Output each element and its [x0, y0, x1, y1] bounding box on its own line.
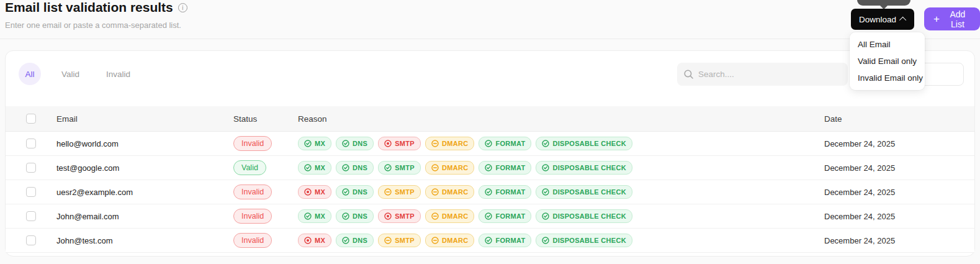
reason-badge-dns: DNS [336, 137, 374, 150]
tab-valid[interactable]: Valid [55, 63, 86, 85]
check-circle-icon [542, 188, 549, 196]
reason-badge-label: SMTP [395, 237, 415, 244]
results-card: AllValidInvalid Email Status Reason Date… [5, 50, 975, 257]
reason-badge-label: FORMAT [495, 165, 525, 171]
row-checkbox[interactable] [26, 139, 36, 148]
status-badge: Valid [233, 160, 266, 175]
info-icon[interactable]: i [178, 3, 187, 12]
reason-badge-format: FORMAT [479, 185, 531, 199]
minus-circle-icon [384, 237, 392, 244]
check-circle-icon [342, 212, 349, 220]
table-row: hello@world.com Invalid MXDNSSMTPDMARCFO… [6, 132, 974, 156]
reason-badge-format: FORMAT [479, 209, 531, 223]
check-circle-icon [485, 212, 492, 220]
reason-badge-mx: MX [298, 137, 331, 150]
check-circle-icon [542, 212, 549, 220]
reason-badge-label: DNS [353, 189, 367, 196]
row-checkbox-cell [6, 235, 56, 245]
status-badge: Invalid [233, 136, 272, 151]
table-row: John@email.com Invalid MXDNSSMTPDMARCFOR… [6, 204, 974, 229]
reason-badge-dns: DNS [336, 234, 374, 247]
page-subtitle: Enter one email or paste a comma-separat… [5, 20, 181, 30]
reason-badge-mx: MX [298, 209, 331, 223]
minus-circle-icon [431, 212, 439, 220]
tab-all[interactable]: All [19, 63, 41, 85]
reason-badge-label: MX [315, 189, 325, 196]
search-input[interactable] [698, 70, 841, 79]
row-checkbox[interactable] [26, 163, 36, 173]
reason-badge-label: FORMAT [495, 213, 525, 220]
minus-circle-icon [431, 164, 439, 171]
column-header-email: Email [56, 114, 233, 124]
reason-badge-label: DISPOSABLE CHECK [552, 140, 626, 147]
reason-badge-label: DNS [353, 237, 367, 244]
column-header-reason: Reason [298, 114, 824, 124]
email-cell: uesr2@example.com [56, 188, 233, 197]
table-header-row: Email Status Reason Date [6, 106, 974, 132]
reason-badge-format: FORMAT [479, 234, 531, 247]
reason-badge-disposable-check: DISPOSABLE CHECK [536, 209, 632, 223]
date-cell: December 24, 2025 [824, 212, 974, 221]
status-cell: Invalid [233, 233, 298, 248]
reason-badge-dmarc: DMARC [425, 234, 474, 247]
reason-badge-label: DMARC [442, 165, 468, 171]
row-checkbox[interactable] [26, 211, 36, 221]
download-menu-item[interactable]: Invalid Email only [850, 70, 925, 86]
reason-badge-mx: MX [298, 185, 331, 199]
download-dropdown-menu: All EmailValid Email onlyInvalid Email o… [850, 32, 925, 90]
reason-badge-dns: DNS [336, 209, 374, 223]
chevron-up-icon [899, 17, 906, 24]
reason-badge-label: DNS [353, 140, 367, 147]
download-button[interactable]: Download [851, 9, 914, 30]
table-row: uesr2@example.com Invalid MXDNSSMTPDMARC… [6, 180, 974, 204]
dot-circle-icon [384, 212, 392, 220]
search-icon [684, 70, 693, 79]
reason-badge-label: MX [315, 213, 325, 220]
reason-badge-label: DISPOSABLE CHECK [552, 237, 626, 244]
minus-circle-icon [431, 140, 439, 147]
check-circle-icon [342, 188, 349, 196]
download-menu-item[interactable]: All Email [850, 36, 925, 53]
plus-icon: + [933, 14, 940, 24]
row-checkbox[interactable] [26, 187, 36, 197]
reason-badge-label: FORMAT [495, 237, 525, 244]
download-menu-item[interactable]: Valid Email only [850, 53, 925, 70]
tab-invalid[interactable]: Invalid [100, 63, 137, 85]
reason-badge-disposable-check: DISPOSABLE CHECK [536, 137, 632, 150]
reason-badge-label: DNS [353, 213, 367, 220]
dot-circle-icon [304, 188, 312, 196]
date-cell: December 24, 2025 [824, 139, 974, 148]
column-header-date: Date [824, 114, 974, 124]
check-circle-icon [485, 188, 492, 196]
check-circle-icon [342, 140, 349, 147]
row-checkbox-cell [6, 211, 56, 221]
date-cell: December 24, 2025 [824, 188, 974, 197]
reason-cell: MXDNSSMTPDMARCFORMATDISPOSABLE CHECK [298, 234, 824, 247]
check-circle-icon [384, 164, 392, 171]
check-circle-icon [485, 164, 492, 171]
reason-cell: MXDNSSMTPDMARCFORMATDISPOSABLE CHECK [298, 137, 824, 150]
reason-badge-label: FORMAT [495, 189, 525, 196]
status-cell: Invalid [233, 136, 298, 151]
reason-badge-label: DNS [353, 165, 367, 171]
reason-cell: MXDNSSMTPDMARCFORMATDISPOSABLE CHECK [298, 161, 824, 175]
status-badge: Invalid [233, 184, 272, 199]
dot-circle-icon [304, 237, 312, 244]
row-checkbox[interactable] [26, 235, 36, 245]
reason-badge-label: MX [315, 140, 325, 147]
reason-badge-mx: MX [298, 161, 331, 175]
add-list-button[interactable]: + Add List [924, 7, 980, 30]
check-circle-icon [304, 212, 312, 220]
minus-circle-icon [384, 188, 392, 196]
check-circle-icon [304, 164, 312, 171]
email-cell: hello@world.com [56, 139, 233, 148]
reason-badge-disposable-check: DISPOSABLE CHECK [536, 185, 632, 199]
search-box [677, 63, 848, 86]
reason-badge-smtp: SMTP [378, 185, 421, 199]
reason-badge-label: DISPOSABLE CHECK [552, 165, 626, 171]
status-cell: Valid [233, 160, 298, 175]
check-circle-icon [304, 140, 312, 147]
select-all-checkbox[interactable] [26, 114, 36, 124]
row-checkbox-cell [6, 187, 56, 197]
reason-cell: MXDNSSMTPDMARCFORMATDISPOSABLE CHECK [298, 185, 824, 199]
